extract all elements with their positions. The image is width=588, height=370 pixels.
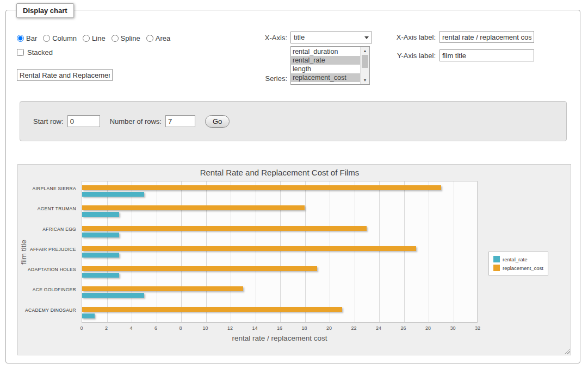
gridline — [231, 181, 231, 322]
num-rows-label: Number of rows: — [110, 117, 162, 126]
chart-type-label: Spline — [121, 34, 140, 42]
bar-rental_rate — [82, 293, 144, 298]
plot-area — [82, 181, 478, 323]
category-label: ACADEMY DINOSAUR — [18, 308, 76, 313]
x-tick-label: 30 — [450, 325, 455, 331]
gridline — [107, 181, 108, 322]
x-axis-title: rental rate / replacement cost — [82, 334, 478, 342]
gridline — [355, 181, 355, 322]
chart-panel: Rental Rate and Replacement Cost of Film… — [17, 164, 571, 355]
x-tick-label: 28 — [425, 325, 431, 331]
chart-type-radio-bar[interactable] — [17, 35, 24, 42]
series-option-replacement_cost[interactable]: replacement_cost — [291, 73, 360, 82]
x-tick-label: 24 — [376, 325, 381, 331]
x-tick-label: 2 — [105, 325, 108, 331]
chart-type-row: BarColumnLineSplineArea — [17, 34, 170, 42]
chart-title-input[interactable] — [17, 69, 113, 81]
bar-rental_rate — [82, 313, 95, 318]
chart-type-radio-column[interactable] — [43, 35, 50, 42]
gridline — [454, 181, 454, 322]
axis-labels-column: X-Axis label: Y-Axis label: — [354, 31, 534, 68]
bar-replacement_cost — [82, 266, 317, 271]
gridline — [256, 181, 256, 322]
series-listbox-options: rental_durationrental_ratelengthreplacem… — [291, 47, 360, 82]
legend-label: replacement_cost — [503, 265, 543, 271]
chart-title: Rental Rate and Replacement Cost of Film… — [82, 168, 478, 177]
chart-type-option-bar[interactable]: Bar — [17, 34, 37, 42]
stacked-checkbox[interactable] — [17, 49, 24, 56]
num-rows-input[interactable] — [165, 115, 195, 127]
chart-type-radio-area[interactable] — [146, 35, 153, 42]
x-tick-label: 18 — [301, 325, 307, 331]
chart-type-radio-spline[interactable] — [112, 35, 119, 42]
chart-type-radio-line[interactable] — [83, 35, 90, 42]
fieldset-legend: Display chart — [16, 3, 74, 18]
chart-type-label: Area — [156, 34, 170, 42]
gridline — [132, 181, 132, 322]
bar-rental_rate — [82, 233, 119, 237]
x-tick-label: 20 — [326, 325, 332, 331]
bar-replacement_cost — [82, 307, 342, 312]
chart-type-option-column[interactable]: Column — [43, 34, 77, 42]
category-label: AFRICAN EGG — [18, 227, 76, 232]
gridline — [429, 181, 429, 322]
resize-handle-icon[interactable] — [563, 347, 570, 354]
chart-type-label: Bar — [26, 34, 37, 42]
rows-panel: Start row: Number of rows: Go — [20, 101, 567, 141]
x-tick-label: 6 — [154, 325, 157, 331]
bar-rental_rate — [82, 273, 119, 278]
x-tick-label: 0 — [80, 325, 83, 331]
x-tick-label: 22 — [351, 325, 356, 331]
chart-type-label: Column — [52, 34, 77, 42]
gridline — [404, 181, 405, 322]
x-tick-label: 4 — [129, 325, 132, 331]
scroll-down-icon[interactable]: ▼ — [361, 76, 369, 84]
bar-replacement_cost — [82, 226, 367, 231]
category-label: AGENT TRUMAN — [18, 206, 76, 211]
x-axis-ticks: 02468101214161820222426283032 — [82, 325, 478, 332]
gridline — [157, 181, 157, 322]
bar-replacement_cost — [82, 286, 243, 291]
x-tick-label: 16 — [277, 325, 282, 331]
gridline — [330, 181, 330, 322]
bar-rental_rate — [82, 192, 144, 197]
go-button[interactable]: Go — [205, 115, 230, 128]
x-axis-select-label: X-Axis: — [238, 34, 287, 42]
x-tick-label: 32 — [475, 325, 480, 331]
x-tick-label: 8 — [179, 325, 182, 331]
series-option-rental_rate[interactable]: rental_rate — [291, 56, 360, 65]
category-label: ACE GOLDFINGER — [18, 287, 76, 292]
gridline — [305, 181, 306, 322]
x-axis-label-input[interactable] — [440, 31, 534, 43]
category-label: AFFAIR PREJUDICE — [18, 247, 76, 252]
category-label: AIRPLANE SIERRA — [18, 186, 76, 191]
x-axis-selected-value: title — [294, 33, 305, 41]
chart-type-option-spline[interactable]: Spline — [112, 34, 140, 42]
x-tick-label: 26 — [400, 325, 406, 331]
legend-label: rental_rate — [503, 256, 527, 262]
chart-type-option-line[interactable]: Line — [83, 34, 106, 42]
x-tick-label: 12 — [227, 325, 233, 331]
stacked-option[interactable]: Stacked — [17, 48, 53, 57]
y-axis-label-input[interactable] — [440, 49, 534, 61]
series-option-rental_duration[interactable]: rental_duration — [291, 47, 360, 56]
legend-swatch — [493, 256, 500, 262]
legend-swatch — [493, 265, 500, 271]
legend-item-replacement_cost: replacement_cost — [493, 264, 543, 272]
gridline — [181, 181, 182, 322]
gridline — [379, 181, 380, 322]
x-tick-label: 14 — [252, 325, 257, 331]
gridline — [206, 181, 207, 322]
series-select-label: Series: — [238, 74, 287, 83]
category-label: ADAPTATION HOLES — [18, 267, 76, 272]
x-tick-label: 10 — [202, 325, 208, 331]
axis-series-column: X-Axis: title Series: rental_durationren… — [238, 32, 372, 85]
start-row-input[interactable] — [67, 115, 100, 127]
bar-replacement_cost — [82, 246, 416, 251]
chart-type-option-area[interactable]: Area — [146, 34, 170, 42]
display-chart-fieldset: Display chart BarColumnLineSplineArea St… — [5, 10, 580, 363]
bar-replacement_cost — [82, 185, 441, 190]
series-option-length[interactable]: length — [291, 65, 360, 73]
bar-rental_rate — [82, 253, 119, 258]
chart-legend: rental_ratereplacement_cost — [488, 252, 548, 275]
